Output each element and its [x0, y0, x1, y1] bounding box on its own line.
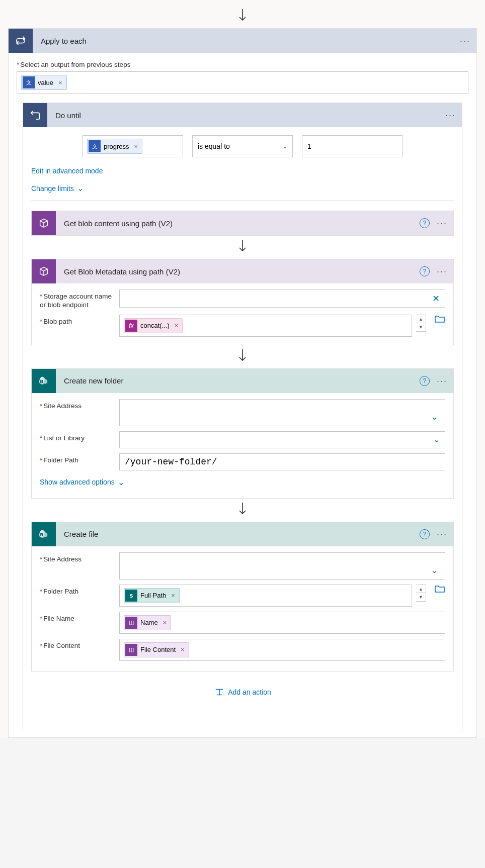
remove-token-button[interactable]: × [181, 646, 185, 653]
more-icon[interactable]: ··· [437, 219, 447, 228]
translator-icon: 文 [23, 76, 35, 88]
folder-path-label: *Folder Path [40, 453, 115, 465]
apply-to-each-title: Apply to each [33, 37, 460, 45]
condition-right-input[interactable] [302, 135, 402, 157]
help-icon[interactable]: ? [420, 266, 430, 276]
select-output-input[interactable]: 文 value × [17, 71, 468, 93]
site-address-label: *Site Address [40, 552, 115, 564]
get-blob-metadata-header[interactable]: Get Blob Metadata using path (V2) ? ··· [32, 259, 453, 283]
show-advanced-link[interactable]: Show advanced options ⌄ [40, 477, 124, 487]
list-library-dropdown[interactable]: ⌄ [119, 431, 445, 448]
arrow-connector [31, 499, 454, 522]
storage-input[interactable]: ✕ [119, 290, 445, 308]
chevron-down-icon: ⌄ [431, 412, 438, 422]
loop-icon [9, 29, 33, 53]
site-address-label: *Site Address [40, 399, 115, 411]
file-content-label: *File Content [40, 639, 115, 650]
name-token[interactable]: ◫ Name × [124, 615, 171, 630]
blob-token-icon: ◫ [125, 617, 137, 629]
remove-token-button[interactable]: × [171, 592, 175, 599]
get-blob-content-header[interactable]: Get blob content using path (V2) ? ··· [32, 211, 453, 235]
blob-token-icon: ◫ [125, 644, 137, 656]
svg-text:S: S [41, 533, 43, 536]
folder-picker-button[interactable] [434, 585, 445, 594]
folder-path-input[interactable]: s Full Path × [119, 585, 412, 607]
arrow-connector [0, 5, 485, 28]
file-name-label: *File Name [40, 612, 115, 623]
get-blob-metadata-title: Get Blob Metadata using path (V2) [56, 267, 420, 276]
get-blob-content-title: Get blob content using path (V2) [56, 219, 420, 228]
do-until-title: Do until [47, 111, 445, 120]
arrow-connector [31, 345, 454, 368]
more-icon[interactable]: ··· [437, 530, 447, 539]
create-folder-card: S Create new folder ? ··· *Site Address [31, 368, 454, 499]
help-icon[interactable]: ? [420, 376, 430, 386]
site-address-dropdown[interactable]: ⌄ [119, 552, 445, 580]
add-action-button[interactable]: Add an action [214, 687, 271, 698]
create-file-card: S Create file ? ··· *Site Address [31, 522, 454, 671]
apply-to-each-card: Apply to each ··· *Select an output from… [8, 28, 477, 738]
blob-path-label: *Blob path [40, 315, 115, 326]
create-file-title: Create file [56, 530, 420, 538]
more-icon[interactable]: ··· [437, 376, 447, 385]
chevron-down-icon: ⌄ [118, 477, 124, 487]
site-address-dropdown[interactable]: ⌄ [119, 399, 445, 426]
remove-token-button[interactable]: × [175, 322, 179, 329]
folder-picker-button[interactable] [434, 315, 445, 324]
do-until-card: Do until ··· 文 progress × is [23, 103, 462, 732]
add-step-icon [214, 687, 225, 698]
stepper-control[interactable]: ▲▼ [416, 315, 426, 332]
blob-icon [32, 211, 56, 235]
remove-token-button[interactable]: × [58, 79, 62, 86]
condition-left-input[interactable]: 文 progress × [83, 135, 183, 157]
create-folder-header[interactable]: S Create new folder ? ··· [32, 369, 453, 393]
sharepoint-icon: S [32, 522, 56, 546]
chevron-down-icon: ⌄ [77, 183, 84, 193]
help-icon[interactable]: ? [420, 218, 430, 228]
chevron-down-icon: ⌄ [433, 435, 440, 444]
sharepoint-token-icon: s [125, 590, 137, 602]
change-limits-link[interactable]: Change limits ⌄ [31, 183, 84, 193]
operator-dropdown[interactable]: is equal to ⌄ [192, 135, 293, 157]
do-until-icon [23, 103, 47, 127]
blob-icon [32, 259, 56, 283]
file-content-token[interactable]: ◫ File Content × [124, 642, 189, 657]
clear-icon[interactable]: ✕ [432, 293, 440, 304]
do-until-header[interactable]: Do until ··· [23, 103, 462, 127]
more-icon[interactable]: ··· [437, 267, 447, 276]
file-content-input[interactable]: ◫ File Content × [119, 639, 445, 661]
list-library-label: *List or Library [40, 431, 115, 443]
full-path-token[interactable]: s Full Path × [124, 588, 180, 603]
apply-to-each-header[interactable]: Apply to each ··· [9, 29, 476, 53]
get-blob-metadata-card: Get Blob Metadata using path (V2) ? ··· … [31, 259, 454, 345]
chevron-down-icon: ⌄ [282, 143, 287, 150]
folder-path-label: *Folder Path [40, 585, 115, 596]
create-file-header[interactable]: S Create file ? ··· [32, 522, 453, 546]
fx-icon: fx [125, 320, 137, 332]
help-icon[interactable]: ? [420, 529, 430, 539]
storage-label: *Storage account name or blob endpoint [40, 290, 115, 310]
more-icon[interactable]: ··· [460, 36, 470, 45]
file-name-input[interactable]: ◫ Name × [119, 612, 445, 634]
arrow-connector [31, 236, 454, 259]
concat-token[interactable]: fx concat(...) × [124, 318, 183, 333]
create-folder-title: Create new folder [56, 376, 420, 385]
svg-text:S: S [41, 380, 43, 383]
stepper-control[interactable]: ▲▼ [416, 585, 426, 602]
chevron-down-icon: ⌄ [431, 565, 438, 575]
get-blob-content-card: Get blob content using path (V2) ? ··· [31, 211, 454, 236]
value-token[interactable]: 文 value × [21, 75, 67, 90]
select-output-label: *Select an output from previous steps [17, 61, 468, 68]
translator-icon: 文 [89, 140, 101, 152]
blob-path-input[interactable]: fx concat(...) × [119, 315, 412, 337]
edit-advanced-link[interactable]: Edit in advanced mode [31, 167, 103, 175]
progress-token[interactable]: 文 progress × [87, 139, 142, 154]
remove-token-button[interactable]: × [134, 143, 138, 150]
remove-token-button[interactable]: × [163, 619, 167, 626]
folder-path-input[interactable]: /your-new-folder/ [119, 453, 445, 470]
more-icon[interactable]: ··· [445, 111, 456, 120]
sharepoint-icon: S [32, 369, 56, 393]
